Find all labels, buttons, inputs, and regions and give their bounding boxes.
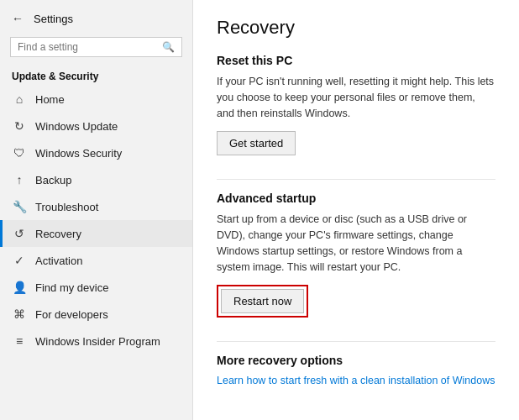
reset-section-title: Reset this PC xyxy=(217,54,495,67)
reset-section: Reset this PC If your PC isn't running w… xyxy=(217,54,495,171)
get-started-button[interactable]: Get started xyxy=(217,131,296,155)
sidebar-item-label: Troubleshoot xyxy=(35,201,98,213)
sidebar-header: ← Settings xyxy=(0,0,192,34)
sidebar-section-label: Update & Security xyxy=(0,66,192,86)
update-icon: ↻ xyxy=(12,119,27,133)
home-icon: ⌂ xyxy=(12,92,27,106)
sidebar-item-label: Windows Update xyxy=(35,120,118,133)
more-section: More recovery options Learn how to start… xyxy=(217,354,495,386)
backup-icon: ↑ xyxy=(12,173,27,186)
search-box[interactable]: 🔍 xyxy=(10,37,182,57)
restart-now-button[interactable]: Restart now xyxy=(221,289,304,313)
search-input[interactable] xyxy=(18,41,157,53)
sidebar-item-activation[interactable]: ✓ Activation xyxy=(0,247,192,274)
find-device-icon: 👤 xyxy=(12,281,27,294)
sidebar-item-label: For developers xyxy=(35,308,108,321)
sidebar-item-recovery[interactable]: ↺ Recovery xyxy=(0,220,192,247)
restart-button-wrapper: Restart now xyxy=(217,285,308,318)
troubleshoot-icon: 🔧 xyxy=(12,200,27,213)
sidebar-item-label: Backup xyxy=(35,174,71,186)
section-divider xyxy=(217,179,495,180)
search-icon: 🔍 xyxy=(162,41,175,53)
back-button[interactable]: ← xyxy=(8,10,27,27)
shield-icon: 🛡 xyxy=(12,146,27,160)
main-content: Recovery Reset this PC If your PC isn't … xyxy=(193,0,519,420)
sidebar-item-label: Windows Insider Program xyxy=(35,335,160,348)
insider-icon: ≡ xyxy=(12,334,27,348)
sidebar-item-windows-insider[interactable]: ≡ Windows Insider Program xyxy=(0,328,192,354)
sidebar-item-windows-security[interactable]: 🛡 Windows Security xyxy=(0,139,192,166)
sidebar-item-label: Find my device xyxy=(35,281,108,294)
sidebar-item-label: Activation xyxy=(35,255,82,267)
clean-install-link[interactable]: Learn how to start fresh with a clean in… xyxy=(217,375,495,386)
sidebar-title: Settings xyxy=(34,13,73,25)
page-title: Recovery xyxy=(217,17,495,39)
section-divider-2 xyxy=(217,341,495,342)
advanced-section-desc: Start up from a device or disc (such as … xyxy=(217,212,495,275)
reset-section-desc: If your PC isn't running well, resetting… xyxy=(217,74,495,121)
sidebar-item-home[interactable]: ⌂ Home xyxy=(0,86,192,113)
recovery-icon: ↺ xyxy=(12,227,27,240)
sidebar-item-label: Recovery xyxy=(35,228,81,240)
activation-icon: ✓ xyxy=(12,254,27,267)
sidebar-item-find-my-device[interactable]: 👤 Find my device xyxy=(0,274,192,301)
sidebar-item-label: Windows Security xyxy=(35,147,122,160)
sidebar-item-label: Home xyxy=(35,93,65,106)
sidebar-nav: ⌂ Home ↻ Windows Update 🛡 Windows Securi… xyxy=(0,86,192,354)
sidebar-item-for-developers[interactable]: ⌘ For developers xyxy=(0,301,192,328)
developer-icon: ⌘ xyxy=(12,307,27,321)
advanced-section-title: Advanced startup xyxy=(217,192,495,205)
advanced-section: Advanced startup Start up from a device … xyxy=(217,192,495,333)
sidebar: ← Settings 🔍 Update & Security ⌂ Home ↻ … xyxy=(0,0,193,420)
more-section-title: More recovery options xyxy=(217,354,495,367)
sidebar-item-windows-update[interactable]: ↻ Windows Update xyxy=(0,113,192,139)
sidebar-item-backup[interactable]: ↑ Backup xyxy=(0,166,192,193)
sidebar-item-troubleshoot[interactable]: 🔧 Troubleshoot xyxy=(0,193,192,220)
